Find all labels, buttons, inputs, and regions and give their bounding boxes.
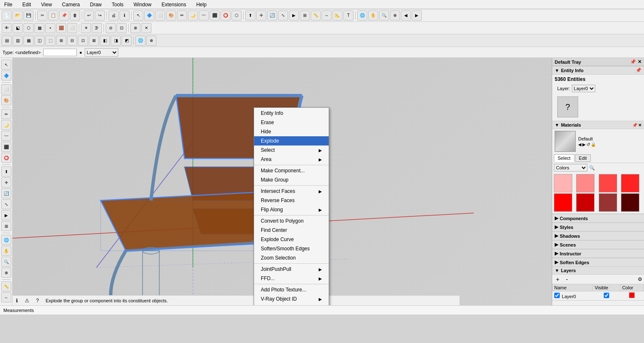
tb-pushpull[interactable]: ⬆: [245, 10, 255, 21]
tb-zoom[interactable]: 🔍: [379, 10, 389, 21]
lt-line[interactable]: ✏: [1, 109, 11, 119]
tb-cut[interactable]: ✂: [37, 10, 47, 21]
materials-header[interactable]: ▼ Materials 📌 ✕: [552, 121, 644, 129]
ctx-intersect-faces[interactable]: Intersect Faces ▶: [254, 187, 329, 196]
menu-draw[interactable]: Draw: [88, 1, 104, 8]
tb-mono[interactable]: ⬜: [67, 23, 77, 33]
ctx-find-center[interactable]: Find Center: [254, 226, 329, 235]
tb-ext9[interactable]: ⊠: [89, 36, 99, 46]
tb-ext8[interactable]: ⊡: [78, 36, 88, 46]
lt-rotate[interactable]: 🔄: [1, 188, 11, 198]
lt-rect[interactable]: ⬛: [1, 142, 11, 152]
tb-hidden-line[interactable]: ▦: [34, 23, 44, 33]
lt-component[interactable]: 🔷: [1, 70, 11, 81]
menu-tools[interactable]: Tools: [109, 1, 126, 8]
scenes-row[interactable]: ▶ Scenes: [552, 240, 644, 249]
tb-ext13[interactable]: 🌐: [135, 36, 145, 46]
canvas-area[interactable]: Entity Info Erase Hide Explode Select ▶ …: [13, 58, 552, 305]
instructor-row[interactable]: ▶ Instructor: [552, 249, 644, 258]
ctx-soften-smooth[interactable]: Soften/Smooth Edges: [254, 244, 329, 253]
materials-close[interactable]: ✕: [638, 123, 641, 127]
ctx-vray-uv[interactable]: V-Ray UV Tools ▶: [254, 304, 329, 305]
swatch-8[interactable]: [621, 193, 639, 212]
layer-visible-checkbox[interactable]: [604, 293, 609, 298]
tb-fog[interactable]: 🌫: [92, 23, 102, 33]
mat-nav-left[interactable]: ◀: [578, 142, 582, 147]
tb-redo[interactable]: ↪: [95, 10, 105, 21]
tb-wireframe[interactable]: ⬡: [23, 23, 34, 33]
mat-refresh[interactable]: ↺: [587, 142, 590, 147]
swatch-7[interactable]: [599, 193, 617, 212]
menu-window[interactable]: Window: [131, 1, 154, 8]
lt-followme[interactable]: ▶: [1, 210, 11, 220]
menu-extensions[interactable]: Extensions: [159, 1, 189, 8]
tb-tape[interactable]: 📏: [311, 10, 321, 21]
tb-followme[interactable]: ▶: [289, 10, 299, 21]
tb-ext5[interactable]: ⬚: [45, 36, 55, 46]
tb-eraser[interactable]: ⬜: [155, 10, 165, 21]
tb-textured[interactable]: 🟫: [56, 23, 66, 33]
ctx-zoom-selection[interactable]: Zoom Selection: [254, 253, 329, 262]
tb-move[interactable]: ✛: [256, 10, 266, 21]
tb-arc[interactable]: 🌙: [188, 10, 198, 21]
menu-camera[interactable]: Camera: [60, 1, 83, 8]
ctx-explode[interactable]: Explode: [254, 136, 329, 146]
tb-ext7[interactable]: ⊟: [67, 36, 77, 46]
menu-help[interactable]: Help: [194, 1, 209, 8]
lt-paint[interactable]: 🎨: [1, 95, 11, 105]
ctx-explode-curve[interactable]: Explode Curve: [254, 235, 329, 244]
tb-shaded[interactable]: ▪: [45, 23, 55, 33]
swatch-4[interactable]: [621, 174, 639, 192]
tb-ext14[interactable]: ⊕: [146, 36, 156, 46]
tb-ext2[interactable]: ▥: [13, 36, 23, 46]
tb-model-info[interactable]: ℹ: [119, 10, 130, 21]
tb-ext3[interactable]: ▦: [23, 36, 34, 46]
lt-arc[interactable]: 🌙: [1, 120, 11, 130]
tb-zoomext[interactable]: ⊕: [390, 10, 400, 21]
mat-tab-edit[interactable]: Edit: [575, 154, 591, 162]
swatch-2[interactable]: [576, 174, 595, 192]
swatch-5[interactable]: [554, 193, 572, 212]
ctx-reverse-faces[interactable]: Reverse Faces: [254, 196, 329, 205]
swatch-3[interactable]: [599, 174, 617, 192]
tb-scale[interactable]: ⤡: [278, 10, 288, 21]
status-teacher-icon[interactable]: ?: [36, 298, 39, 304]
lt-tape[interactable]: 📏: [1, 281, 11, 291]
lt-zoom[interactable]: 🔍: [1, 257, 11, 267]
tb-select[interactable]: ↖: [133, 10, 143, 21]
lt-orbit[interactable]: 🌐: [1, 235, 11, 245]
ctx-make-group[interactable]: Make Group: [254, 175, 329, 184]
tb-ext4[interactable]: ◫: [34, 36, 44, 46]
ctx-hide[interactable]: Hide: [254, 127, 329, 136]
lt-dimension[interactable]: ↔: [1, 292, 11, 302]
tb-open[interactable]: 📂: [13, 10, 23, 21]
tb-polygon[interactable]: ⬡: [231, 10, 242, 21]
tray-close-icon[interactable]: ✕: [638, 59, 641, 65]
tb-section-cuts[interactable]: ⊡: [117, 23, 127, 33]
lt-zoom-ext[interactable]: ⊕: [1, 268, 11, 278]
menu-edit[interactable]: Edit: [20, 1, 34, 8]
tray-pin-icon[interactable]: 📌: [630, 59, 636, 65]
tb-component[interactable]: 🔷: [144, 10, 154, 21]
type-input[interactable]: [43, 49, 77, 56]
ctx-area[interactable]: Area ▶: [254, 155, 329, 164]
tb-shadow[interactable]: ☀: [81, 23, 91, 33]
tb-section[interactable]: ⊘: [106, 23, 116, 33]
ctx-make-component[interactable]: Make Component...: [254, 166, 329, 175]
swatch-6[interactable]: [576, 193, 595, 212]
tb-delete[interactable]: 🗑: [70, 10, 80, 21]
mat-nav-right[interactable]: ▶: [582, 142, 586, 147]
lt-circle[interactable]: ⭕: [1, 153, 11, 163]
soften-edges-row[interactable]: ▶ Soften Edges: [552, 258, 644, 267]
entity-layer-select[interactable]: Layer0: [572, 85, 595, 92]
lt-pushpull[interactable]: ⬆: [1, 166, 11, 177]
ctx-vray-id[interactable]: V-Ray Object ID ▶: [254, 294, 329, 304]
swatch-1[interactable]: [554, 174, 572, 192]
remove-layer-btn[interactable]: -: [563, 275, 571, 283]
tb-line[interactable]: ✏: [177, 10, 187, 21]
ctx-erase[interactable]: Erase: [254, 118, 329, 127]
tb-save[interactable]: 💾: [23, 10, 34, 21]
tb-paint[interactable]: 🎨: [166, 10, 176, 21]
tb-protractor[interactable]: 📐: [332, 10, 343, 21]
tb-print[interactable]: 🖨: [109, 10, 119, 21]
